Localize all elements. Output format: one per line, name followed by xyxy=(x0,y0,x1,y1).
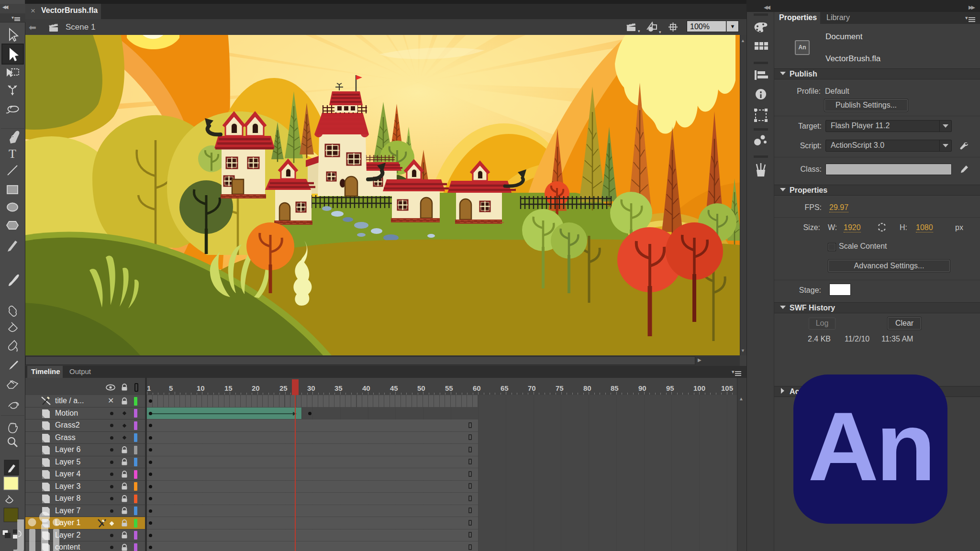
svg-text:T: T xyxy=(9,147,16,161)
